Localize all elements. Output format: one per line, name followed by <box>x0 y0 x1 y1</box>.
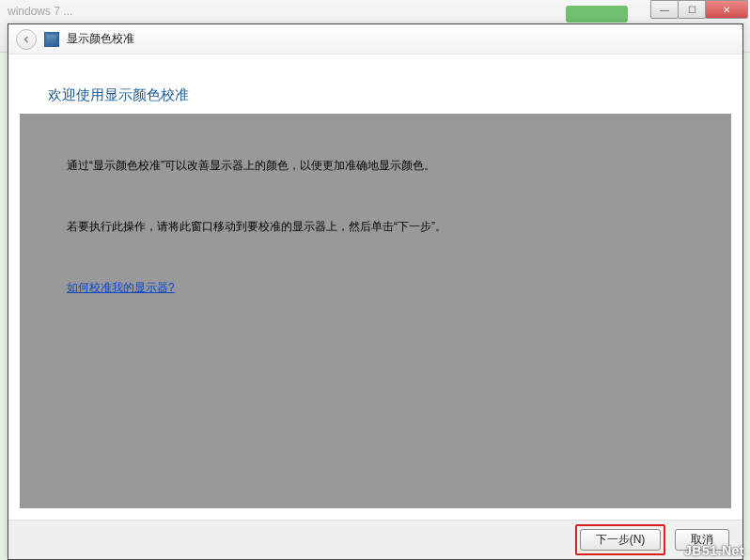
help-link[interactable]: 如何校准我的显示器? <box>67 281 175 294</box>
next-button[interactable]: 下一步(N) <box>580 529 661 551</box>
watermark: JB51.Net <box>684 543 744 558</box>
intro-paragraph-1: 通过“显示颜色校准”可以改善显示器上的颜色，以便更加准确地显示颜色。 <box>67 157 684 175</box>
bg-close-button: ✕ <box>705 0 748 19</box>
content-area: 通过“显示颜色校准”可以改善显示器上的颜色，以便更加准确地显示颜色。 若要执行此… <box>20 114 731 508</box>
next-button-highlight: 下一步(N) <box>575 524 665 555</box>
wizard-header: 显示颜色校准 <box>8 24 742 54</box>
color-calibration-icon <box>44 32 59 47</box>
intro-paragraph-2: 若要执行此操作，请将此窗口移动到要校准的显示器上，然后单击“下一步”。 <box>67 218 684 236</box>
bg-maximize-button: ☐ <box>678 0 706 19</box>
back-button[interactable] <box>16 29 37 50</box>
bg-address-hint: windows 7 ... <box>8 5 72 18</box>
bg-green-button <box>566 6 628 23</box>
wizard-window: 显示颜色校准 欢迎使用显示颜色校准 通过“显示颜色校准”可以改善显示器上的颜色，… <box>8 23 743 560</box>
wizard-title: 显示颜色校准 <box>67 31 134 47</box>
wizard-footer: 下一步(N) 取消 <box>8 520 742 559</box>
bg-window-controls: — ☐ ✕ <box>651 0 748 19</box>
arrow-left-icon <box>21 34 32 45</box>
page-heading: 欢迎使用显示颜色校准 <box>48 86 703 104</box>
content-panel: 欢迎使用显示颜色校准 通过“显示颜色校准”可以改善显示器上的颜色，以便更加准确地… <box>20 66 731 508</box>
wizard-body: 欢迎使用显示颜色校准 通过“显示颜色校准”可以改善显示器上的颜色，以便更加准确地… <box>8 54 742 520</box>
bg-minimize-button: — <box>650 0 679 19</box>
